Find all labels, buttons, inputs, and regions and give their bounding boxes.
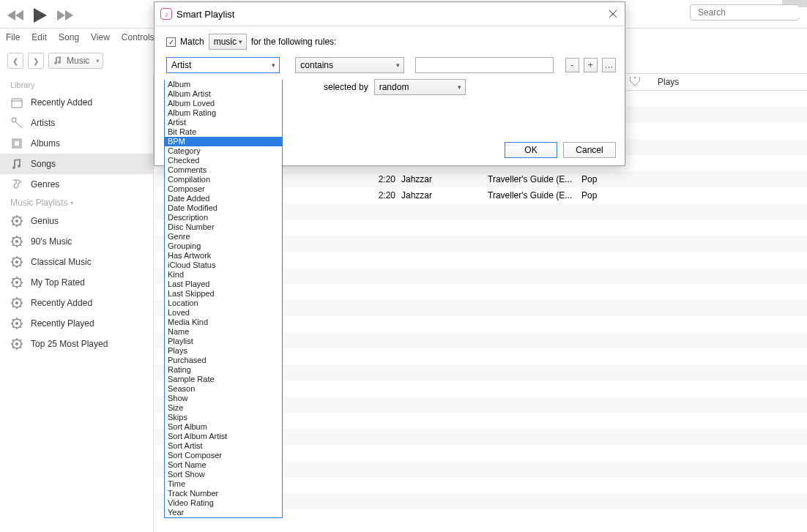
svg-marker-4	[15, 10, 23, 20]
svg-marker-5	[7, 10, 15, 20]
close-icon	[609, 10, 617, 18]
dropdown-option[interactable]: iCloud Status	[165, 261, 282, 270]
dropdown-option[interactable]: Genre	[165, 232, 282, 241]
dropdown-option[interactable]: Last Played	[165, 280, 282, 289]
dropdown-option[interactable]: Checked	[165, 156, 282, 165]
dropdown-option[interactable]: Plays	[165, 346, 282, 356]
svg-line-75	[20, 319, 21, 321]
dropdown-option[interactable]: Sample Rate	[165, 375, 282, 384]
rule-plus-button[interactable]: +	[584, 58, 598, 72]
dropdown-option[interactable]: Sort Artist	[165, 441, 282, 451]
sidebar-playlist-item[interactable]: Recently Played	[0, 313, 153, 334]
dropdown-option[interactable]: Date Added	[165, 194, 282, 203]
svg-line-46	[12, 265, 14, 266]
selected-by-select[interactable]: random ▾	[374, 79, 466, 95]
track-time: 2:20	[366, 190, 395, 201]
menu-edit[interactable]: Edit	[31, 32, 47, 42]
match-checkbox[interactable]: ✓	[166, 37, 176, 47]
dropdown-option[interactable]: Media Kind	[165, 318, 282, 327]
smart-playlist-icon: ♪	[160, 8, 172, 20]
dropdown-option[interactable]: Playlist	[165, 337, 282, 346]
dropdown-option[interactable]: Album Rating	[165, 108, 282, 118]
dropdown-option[interactable]: Sort Show	[165, 470, 282, 479]
dropdown-option[interactable]: Compilation	[165, 175, 282, 184]
sidebar-item-recently-added[interactable]: Recently Added	[0, 92, 153, 113]
cancel-button[interactable]: Cancel	[563, 142, 616, 158]
menu-controls[interactable]: Controls	[122, 32, 155, 42]
dropdown-option[interactable]: Album	[165, 80, 282, 89]
love-column-icon[interactable]	[630, 77, 640, 88]
rule-nest-button[interactable]: …	[602, 58, 616, 72]
dropdown-option[interactable]: Sort Name	[165, 460, 282, 470]
rule-minus-button[interactable]: -	[565, 58, 579, 72]
forward-button[interactable]: ❯	[28, 53, 44, 69]
dropdown-option[interactable]: Track Number	[165, 489, 282, 498]
match-type-select[interactable]: music ▾	[209, 34, 247, 50]
sidebar-playlist-item[interactable]: Genius	[0, 211, 153, 231]
dropdown-option[interactable]: Year	[165, 508, 282, 517]
sidebar-item-artists[interactable]: Artists	[0, 113, 153, 133]
media-picker[interactable]: Music ▾	[48, 53, 103, 69]
rule-value-input[interactable]	[415, 57, 554, 73]
sidebar-item-songs[interactable]: Songs	[0, 154, 153, 174]
dropdown-option[interactable]: Rating	[165, 365, 282, 375]
plays-column-header[interactable]: Plays	[658, 77, 679, 87]
sidebar-playlist-item[interactable]: 90's Music	[0, 231, 153, 252]
dropdown-option[interactable]: Album Artist	[165, 89, 282, 99]
dropdown-option[interactable]: Sort Album Artist	[165, 432, 282, 441]
dropdown-option[interactable]: Date Modified	[165, 203, 282, 213]
sidebar-item-genres[interactable]: Genres	[0, 174, 153, 195]
menu-file[interactable]: File	[6, 32, 20, 42]
search-field[interactable]	[690, 4, 800, 20]
dropdown-option[interactable]: Name	[165, 327, 282, 337]
previous-track-button[interactable]	[4, 7, 26, 23]
dialog-close-button[interactable]	[607, 8, 619, 20]
sidebar-playlist-item[interactable]: Top 25 Most Played	[0, 334, 153, 354]
dropdown-option[interactable]: Category	[165, 146, 282, 156]
dropdown-option[interactable]: Purchased	[165, 356, 282, 365]
dropdown-option[interactable]: Kind	[165, 270, 282, 280]
dropdown-option[interactable]: Artist	[165, 118, 282, 127]
play-button[interactable]	[29, 7, 51, 23]
dropdown-option[interactable]: Sort Composer	[165, 451, 282, 460]
dropdown-option[interactable]: Video Rating	[165, 498, 282, 508]
dropdown-option[interactable]: Show	[165, 394, 282, 403]
dropdown-option[interactable]: Bit Rate	[165, 127, 282, 137]
dropdown-option[interactable]: Size	[165, 403, 282, 413]
ok-button[interactable]: OK	[505, 142, 557, 158]
sidebar-playlist-item[interactable]: Recently Added	[0, 293, 153, 313]
rule-field-select[interactable]: Artist ▾	[166, 57, 280, 73]
sidebar-item-albums[interactable]: Albums	[0, 133, 153, 154]
svg-marker-7	[57, 10, 65, 20]
dropdown-option[interactable]: Last Skipped	[165, 289, 282, 299]
dropdown-option[interactable]: Disc Number	[165, 222, 282, 232]
dropdown-option[interactable]: Composer	[165, 184, 282, 194]
menu-song[interactable]: Song	[59, 32, 79, 42]
dropdown-option[interactable]: BPM	[165, 137, 282, 146]
dropdown-option[interactable]: Season	[165, 384, 282, 394]
sidebar-item-label: Albums	[31, 138, 60, 149]
sidebar-playlist-item[interactable]: Classical Music	[0, 252, 153, 272]
svg-line-54	[20, 285, 21, 287]
dropdown-option[interactable]: Location	[165, 299, 282, 308]
dropdown-option[interactable]: Loved	[165, 308, 282, 318]
search-input[interactable]	[698, 7, 807, 18]
track-time: 2:20	[366, 174, 395, 184]
rule-operator-select[interactable]: contains ▾	[295, 57, 404, 73]
dropdown-option[interactable]: Time	[165, 479, 282, 489]
dropdown-option[interactable]: Grouping	[165, 241, 282, 251]
menu-view[interactable]: View	[91, 32, 110, 42]
sidebar-section-library: Library	[0, 78, 153, 92]
dropdown-option[interactable]: Has Artwork	[165, 251, 282, 261]
songs-icon	[10, 157, 23, 171]
dropdown-option[interactable]: Comments	[165, 165, 282, 175]
back-button[interactable]: ❮	[7, 53, 23, 69]
rule-field-dropdown[interactable]: AlbumAlbum ArtistAlbum LovedAlbum Rating…	[164, 80, 283, 518]
dropdown-option[interactable]: Skips	[165, 413, 282, 422]
dropdown-option[interactable]: Description	[165, 213, 282, 222]
next-track-button[interactable]	[54, 7, 76, 23]
dropdown-option[interactable]: Album Loved	[165, 99, 282, 108]
sidebar-playlist-item[interactable]: My Top Rated	[0, 272, 153, 293]
sidebar-section-playlists[interactable]: Music Playlists ▾	[0, 195, 153, 211]
dropdown-option[interactable]: Sort Album	[165, 422, 282, 432]
